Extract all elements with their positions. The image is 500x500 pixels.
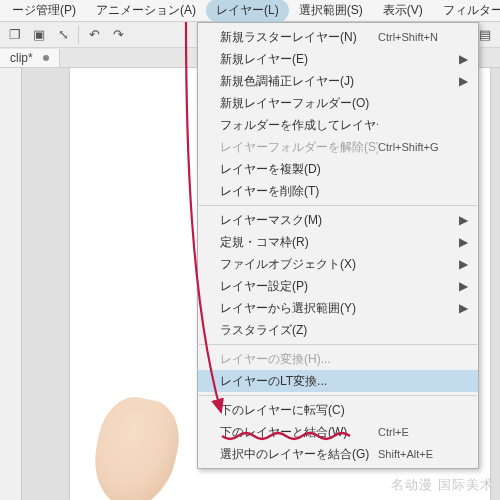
layer-menu-dropdown: 新規ラスターレイヤー(N)Ctrl+Shift+N新規レイヤー(E)▶新規色調補…	[197, 22, 479, 469]
menu-item-shortcut: Shift+Alt+E	[378, 448, 458, 460]
menu-item[interactable]: 選択中のレイヤーを結合(G)Shift+Alt+E	[198, 443, 478, 465]
submenu-arrow-icon: ▶	[458, 213, 468, 227]
menu-item-label: 下のレイヤーに転写(C)	[220, 402, 378, 419]
menu-item[interactable]: レイヤーマスク(M)▶	[198, 209, 478, 231]
menu-item[interactable]: 下のレイヤーと結合(W)Ctrl+E	[198, 421, 478, 443]
menu-item-label: レイヤーを複製(D)	[220, 161, 378, 178]
menu-item-label: レイヤーフォルダーを解除(S)	[220, 139, 378, 156]
menu-separator	[199, 205, 477, 206]
menu-item[interactable]: レイヤーから選択範囲(Y)▶	[198, 297, 478, 319]
menu-item-label: レイヤーの変換(H)...	[220, 351, 378, 368]
menu-item-label: レイヤーを削除(T)	[220, 183, 378, 200]
menu-item[interactable]: ラスタライズ(Z)	[198, 319, 478, 341]
menu-item[interactable]: 選択範囲(S)	[289, 0, 373, 22]
menu-item: レイヤーフォルダーを解除(S)Ctrl+Shift+G	[198, 136, 478, 158]
submenu-arrow-icon: ▶	[458, 301, 468, 315]
tab-modified-icon	[43, 55, 49, 61]
menu-item-label: 下のレイヤーと結合(W)	[220, 424, 378, 441]
menubar: ージ管理(P)アニメーション(A)レイヤー(L)選択範囲(S)表示(V)フィルタ…	[0, 0, 500, 22]
menu-item[interactable]: 新規レイヤー(E)▶	[198, 48, 478, 70]
document-tab[interactable]: clip*	[0, 49, 60, 67]
menu-item[interactable]: レイヤー設定(P)▶	[198, 275, 478, 297]
menu-item-label: ファイルオブジェクト(X)	[220, 256, 378, 273]
menu-item-label: 新規レイヤー(E)	[220, 51, 378, 68]
submenu-arrow-icon: ▶	[458, 74, 468, 88]
menu-item-label: レイヤーマスク(M)	[220, 212, 378, 229]
menu-item[interactable]: 新規ラスターレイヤー(N)Ctrl+Shift+N	[198, 26, 478, 48]
tool-open-icon[interactable]: ▣	[28, 25, 50, 45]
tool-undo-icon[interactable]: ↶	[83, 25, 105, 45]
menu-item[interactable]: アニメーション(A)	[86, 0, 206, 22]
ruler-vertical	[0, 68, 22, 500]
menu-item[interactable]: レイヤーのLT変換...	[198, 370, 478, 392]
menu-item-label: レイヤー設定(P)	[220, 278, 378, 295]
tool-collapse-icon[interactable]: ⤡	[52, 25, 74, 45]
tool-new-icon[interactable]: ❐	[4, 25, 26, 45]
menu-item[interactable]: レイヤー(L)	[206, 0, 289, 22]
menu-item-label: フォルダーを作成してレイヤーを挿入(F)	[220, 117, 378, 134]
tool-redo-icon[interactable]: ↷	[107, 25, 129, 45]
menu-item-label: レイヤーから選択範囲(Y)	[220, 300, 378, 317]
menu-item-label: 定規・コマ枠(R)	[220, 234, 378, 251]
menu-item: レイヤーの変換(H)...	[198, 348, 478, 370]
menu-item-label: 新規レイヤーフォルダー(O)	[220, 95, 378, 112]
menu-item[interactable]: 表示(V)	[373, 0, 433, 22]
watermark: 名动漫 国际美术	[391, 476, 494, 494]
menu-item[interactable]: レイヤーを削除(T)	[198, 180, 478, 202]
menu-item-shortcut: Ctrl+E	[378, 426, 458, 438]
menu-item[interactable]: レイヤーを複製(D)	[198, 158, 478, 180]
menu-separator	[199, 395, 477, 396]
menu-item[interactable]: 下のレイヤーに転写(C)	[198, 399, 478, 421]
menu-item-label: レイヤーのLT変換...	[220, 373, 378, 390]
menu-item-label: 選択中のレイヤーを結合(G)	[220, 446, 378, 463]
menu-item[interactable]: ージ管理(P)	[2, 0, 86, 22]
menu-item-shortcut: Ctrl+Shift+G	[378, 141, 458, 153]
menu-item[interactable]: フォルダーを作成してレイヤーを挿入(F)	[198, 114, 478, 136]
submenu-arrow-icon: ▶	[458, 257, 468, 271]
toolbar-separator	[78, 26, 79, 44]
menu-item-shortcut: Ctrl+Shift+N	[378, 31, 458, 43]
menu-item[interactable]: 新規レイヤーフォルダー(O)	[198, 92, 478, 114]
document-tab-title: clip*	[10, 51, 33, 65]
menu-item[interactable]: フィルター(I)	[433, 0, 500, 22]
menu-item[interactable]: 定規・コマ枠(R)▶	[198, 231, 478, 253]
submenu-arrow-icon: ▶	[458, 52, 468, 66]
menu-item-label: 新規ラスターレイヤー(N)	[220, 29, 378, 46]
menu-item-label: 新規色調補正レイヤー(J)	[220, 73, 378, 90]
menu-separator	[199, 344, 477, 345]
menu-item-label: ラスタライズ(Z)	[220, 322, 378, 339]
submenu-arrow-icon: ▶	[458, 279, 468, 293]
menu-item[interactable]: 新規色調補正レイヤー(J)▶	[198, 70, 478, 92]
menu-item[interactable]: ファイルオブジェクト(X)▶	[198, 253, 478, 275]
submenu-arrow-icon: ▶	[458, 235, 468, 249]
